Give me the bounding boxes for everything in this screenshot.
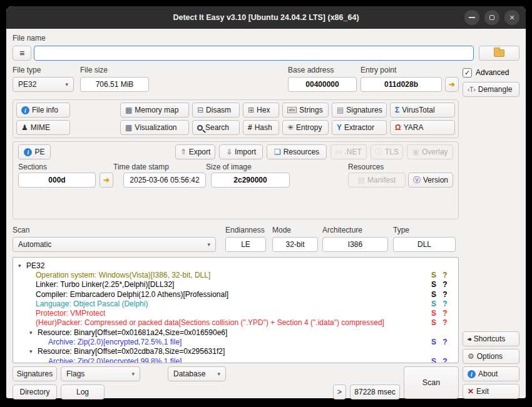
dotnet-icon: C# (335, 149, 342, 155)
architecture-label: Architecture (322, 226, 388, 234)
export-button[interactable]: ⇑Export (175, 144, 215, 159)
strings-button[interactable]: abcStrings (282, 103, 329, 118)
tree-row-compiler[interactable]: Compiler: Embarcadero Delphi(12.0 Athens… (13, 289, 458, 299)
memory-map-icon: ▦ (125, 106, 132, 114)
signatures-icon: ▤ (337, 106, 344, 114)
info-link[interactable]: ? (439, 271, 451, 279)
signature-link[interactable]: S (428, 318, 439, 327)
signature-link[interactable]: S (428, 309, 439, 318)
tree-row-archive-2[interactable]: Archive: Zip(2.0)[encrypted,99.8%,1 file… (13, 356, 458, 363)
entropy-button[interactable]: ✳Entropy (282, 120, 329, 135)
scan-method-select[interactable]: Automatic ▾ (13, 237, 216, 252)
entry-point-label: Entry point (361, 66, 442, 74)
file-type-label: File type (13, 66, 74, 74)
info-link[interactable]: ? (439, 299, 451, 308)
close-icon: ✕ (509, 14, 514, 22)
tree-row-pe32[interactable]: ▾PE32 (13, 261, 458, 270)
chevron-down-icon: ▾ (217, 371, 220, 377)
manifest-icon: ▤ (358, 176, 365, 184)
info-link[interactable]: ? (439, 290, 451, 299)
close-button[interactable]: ✕ (504, 10, 519, 25)
search-button[interactable]: Search (192, 120, 240, 135)
scan-label: Scan (13, 226, 216, 234)
tree-row-linker[interactable]: Linker: Turbo Linker(2.25*,Delphi)[DLL32… (13, 280, 458, 289)
tree-row-language[interactable]: Language: Object Pascal (Delphi)S? (13, 299, 458, 308)
shortcuts-button[interactable]: ▪■Shortcuts (463, 331, 519, 346)
info-link[interactable]: ? (439, 357, 451, 363)
resources-label: Resources (348, 163, 453, 171)
arrow-right-icon: ➜ (103, 176, 110, 184)
flags-select[interactable]: Flags▾ (61, 366, 140, 381)
architecture-value: I386 (322, 237, 388, 252)
pe-button[interactable]: iPE (18, 144, 51, 159)
info-link[interactable]: ? (439, 338, 451, 346)
about-button[interactable]: iAbout (463, 366, 519, 381)
file-name-input[interactable] (34, 46, 474, 61)
yara-button[interactable]: ΩYARA (390, 120, 455, 135)
database-select[interactable]: Database▾ (168, 366, 226, 381)
export-icon: ⇑ (180, 148, 187, 156)
scan-button[interactable]: Scan (404, 366, 459, 399)
tree-row-operation-system[interactable]: Operation system: Windows(Vista)[I386, 3… (13, 270, 458, 279)
maximize-button[interactable] (484, 10, 499, 25)
tree-row-resource-2[interactable]: ▾Resource: Binary[Offset=0x02cdba78,Size… (13, 347, 458, 356)
hex-icon: ⊞ (248, 106, 254, 114)
goto-sections-button[interactable]: ➜ (100, 173, 113, 188)
chevron-down-icon: ▾ (131, 371, 135, 377)
maximize-icon (489, 15, 494, 20)
signature-link[interactable]: S (428, 357, 439, 363)
tls-button: ⓘTLS (371, 144, 403, 159)
expander-icon[interactable]: ▾ (18, 263, 26, 269)
info-link[interactable]: ? (439, 309, 451, 318)
signatures-db-button[interactable]: Signatures (13, 366, 57, 381)
file-size-value: 706.51 MiB (80, 77, 149, 92)
minimize-button[interactable] (464, 10, 479, 25)
goto-entry-point-button[interactable]: ➜ (445, 77, 459, 92)
advanced-checkbox[interactable]: ✓ Advanced (463, 67, 519, 78)
signature-link[interactable]: S (428, 280, 439, 289)
open-file-button[interactable] (479, 46, 519, 61)
gear-icon: ⚙ (468, 352, 474, 361)
signature-link[interactable]: S (428, 338, 439, 346)
file-info-button[interactable]: iFile info (16, 103, 70, 118)
options-button[interactable]: ⚙Options (463, 349, 519, 364)
expander-icon[interactable]: ▾ (29, 348, 38, 354)
virustotal-button[interactable]: ΣVirusTotal (390, 103, 455, 118)
file-type-select[interactable]: PE32 ▾ (13, 77, 74, 92)
tree-row-archive-1[interactable]: Archive: Zip(2.0)[encrypted,72.5%,1 file… (13, 337, 458, 346)
scan-results-tree[interactable]: ▾PE32 Operation system: Windows(Vista)[I… (13, 257, 459, 363)
tree-row-heur-packer[interactable]: (Heur)Packer: Compressed or packed data[… (13, 318, 458, 328)
tree-row-protector[interactable]: Protector: VMProtectS? (13, 308, 458, 318)
folder-icon (494, 49, 504, 57)
memory-map-button[interactable]: ▦Memory map (120, 103, 189, 118)
dotnet-button: C#.NET (330, 144, 367, 159)
signature-link[interactable]: S (428, 299, 439, 308)
directory-button[interactable]: Directory (13, 384, 57, 399)
version-button[interactable]: ⓥVersion (408, 173, 453, 188)
extractor-button[interactable]: YExtractor (332, 120, 387, 135)
info-link[interactable]: ? (439, 280, 451, 289)
tree-row-resource-1[interactable]: ▾Resource: Binary[Offset=0x01681a24,Size… (13, 328, 458, 337)
resources-button[interactable]: ❏Resources (267, 144, 327, 159)
signature-link[interactable]: S (428, 271, 439, 279)
demangle-button[interactable]: ‹T›Demangle (463, 82, 519, 97)
exit-button[interactable]: ✕Exit (463, 384, 519, 399)
sections-value: 000d (18, 173, 96, 188)
entry-point-value: 011d028b (361, 77, 442, 92)
disasm-button[interactable]: ⊟Disasm (192, 103, 240, 118)
visualization-button[interactable]: ▩Visualization (120, 120, 189, 135)
log-button[interactable]: Log (61, 384, 105, 399)
entropy-icon: ✳ (287, 123, 294, 132)
signatures-button[interactable]: ▤Signatures (332, 103, 387, 118)
import-button[interactable]: ⇓Import (219, 144, 263, 159)
chevron-down-icon: ▾ (65, 81, 68, 88)
more-options-button[interactable]: > (333, 384, 346, 399)
signature-link[interactable]: S (428, 290, 439, 299)
base-address-label: Base address (288, 66, 357, 74)
hex-button[interactable]: ⊞Hex (243, 103, 279, 118)
hash-button[interactable]: #Hash (243, 120, 279, 135)
expander-icon[interactable]: ▾ (29, 329, 38, 336)
recent-files-button[interactable]: ≡ (13, 46, 31, 61)
info-link[interactable]: ? (439, 318, 451, 327)
mime-button[interactable]: ♟MIME (16, 120, 70, 135)
